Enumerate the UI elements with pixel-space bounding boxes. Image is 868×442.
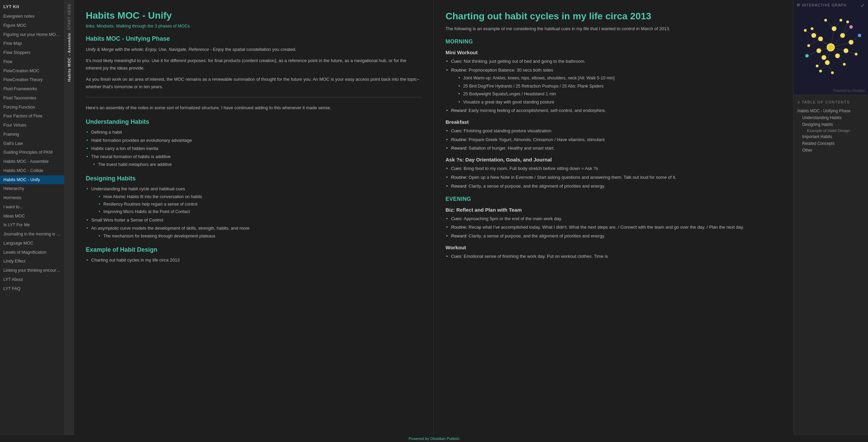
sidebar-item[interactable]: Framing [0, 130, 64, 139]
right-pane-title: Charting out habit cycles in my life cir… [446, 10, 781, 22]
list-item[interactable]: Charting out habit cycles in my life cir… [86, 257, 421, 264]
svg-point-31 [855, 53, 857, 56]
left-pane: Habits MOC - Unify links: Mindsets, Walk… [74, 0, 434, 442]
svg-point-28 [807, 44, 810, 47]
sidebar-item[interactable]: Evergreen notes [0, 12, 64, 21]
sidebar-item[interactable]: Flow [0, 57, 64, 66]
sidebar-item[interactable]: Figuring out your Home MOCs [0, 30, 64, 39]
sidebar-item[interactable]: Guiding Principles of PKM [0, 148, 64, 157]
routine-4: Routine: Recap what I've accomplished to… [446, 224, 781, 231]
list-item[interactable]: Habits carry a ton of hidden inertia [86, 145, 421, 152]
svg-point-41 [835, 54, 840, 58]
sidebar-item[interactable]: Four Factors of Flow [0, 112, 64, 121]
toc-icon: ≡ [797, 100, 800, 104]
cues-5: Cues: Emotional sense of finishing the w… [446, 253, 781, 260]
vertical-tab-start[interactable]: START HERE [67, 3, 71, 30]
reward-1: Reward: Early morning feeling of accompl… [446, 107, 781, 114]
cues-4: Cues: Approaching 5pm or the end of the … [446, 215, 781, 223]
list-item[interactable]: Improving Micro Habits at the Point of C… [98, 209, 421, 215]
routine-sub-1: Joint Warm-up: Ankles, knees, hips, elbo… [458, 75, 781, 105]
para2: As you finish work on an area of interes… [86, 76, 421, 90]
sidebar-item[interactable]: Is LYT For Me [0, 220, 64, 230]
toc-item[interactable]: Important Habits [797, 133, 864, 140]
list-item[interactable]: Understanding the habit cycle and habitu… [86, 186, 421, 215]
sidebar-item[interactable]: Flow Stoppers [0, 48, 64, 57]
italic-suffix: - Enjoy the spatial constellation you cr… [210, 47, 296, 52]
svg-point-42 [822, 55, 826, 60]
routine-3: Routine: Open up a New Note in Evernote … [446, 174, 781, 181]
reward-3: Reward: Clarity, a sense of purpose, and… [446, 183, 781, 190]
sidebar-item[interactable]: Four Virtues [0, 121, 64, 130]
biz-heading: Biz: Reflect and Plan with Team [446, 207, 781, 213]
designing-list: Understanding the habit cycle and habitu… [86, 186, 421, 240]
footer-bar: Powered by Obsidian Publish [0, 435, 868, 442]
sidebar-item[interactable]: Gall's Law [0, 139, 64, 148]
links-label: links: [86, 24, 95, 28]
sidebar-item[interactable]: Flow Map [0, 39, 64, 48]
svg-point-29 [843, 63, 846, 66]
svg-point-47 [811, 33, 816, 38]
sidebar-item[interactable]: Habits MOC - Assemble [0, 157, 64, 166]
toc-item[interactable]: Example of Habit Design [797, 128, 864, 133]
list-item[interactable]: The neural formation of habits is additi… [86, 153, 421, 160]
link-mindsets[interactable]: Mindsets [97, 24, 114, 28]
svg-point-30 [816, 65, 818, 68]
sidebar-item[interactable]: Figure MOC [0, 21, 64, 30]
mini-workout-list: Cues: Not thinking, just getting out of … [446, 58, 781, 114]
sidebar-item[interactable]: Journaling in the morning is an importan… [0, 230, 64, 239]
sidebar-item[interactable]: Forcing Function [0, 103, 64, 112]
toc-panel: ⊞ INTERACTIVE GRAPH ⤢ [793, 0, 868, 442]
graph-powered: Powered by Obsidian [833, 89, 865, 93]
sidebar-item[interactable]: I want to... [0, 203, 64, 212]
list-item[interactable]: The mechanism for breaking through devel… [98, 233, 421, 239]
toc-item[interactable]: Other [797, 147, 864, 154]
breakfast-list: Cues: Finishing good standing posture vi… [446, 128, 781, 152]
sidebar-item[interactable]: FlowCreation MOC [0, 66, 64, 76]
toc-item[interactable]: Related Concepts [797, 140, 864, 147]
list-item[interactable]: How Atomic Habits fit into the conversat… [98, 194, 421, 200]
ask-heading: Ask ?s: Day Orientation, Goals, and Jour… [446, 157, 781, 162]
sidebar-item[interactable]: Language MOC [0, 239, 64, 248]
sidebar-item[interactable]: Ideas MOC [0, 212, 64, 221]
sub-3: 25 Bodyweight Squats/Lunges / Headstand … [458, 91, 781, 97]
sidebar-item[interactable]: Fluid Frameworks [0, 84, 64, 94]
para3: Here's an assembly of the notes in some … [86, 104, 421, 111]
list-item[interactable]: The truest habit metaphors are additive [93, 161, 421, 168]
toc-item[interactable]: Habits MOC - Unifying Phase [797, 108, 864, 114]
understanding-sub-list: The truest habit metaphors are additive [93, 161, 421, 168]
list-item[interactable]: Habit formation provides an evolutionary… [86, 137, 421, 144]
sidebar-item[interactable]: Fluid Taxonomies [0, 94, 64, 103]
list-item[interactable]: An asymptotic curve models the developme… [86, 225, 421, 240]
svg-point-38 [819, 70, 822, 73]
sidebar-title: LYT Kit [0, 0, 64, 12]
toc-item[interactable]: Understanding Habits [797, 114, 864, 121]
left-pane-title: Habits MOC - Unify [86, 10, 421, 21]
sidebar-item[interactable]: Habits MOC - Unify [0, 175, 64, 185]
sidebar-item[interactable]: LYT About [0, 275, 64, 284]
sidebar-item[interactable]: Habits MOC - Collide [0, 166, 64, 175]
vertical-tab-assemble[interactable]: Habits MOC - Assemble [67, 33, 71, 82]
understanding-list: Defining a habitHabit formation provides… [86, 129, 421, 168]
sidebar-item[interactable]: Linking your thinking encourages leaps o… [0, 266, 64, 275]
list-item[interactable]: Defining a habit [86, 129, 421, 136]
understanding-heading: Understanding Habits [86, 118, 421, 126]
list-item[interactable]: Resiliency Routines help regain a sense … [98, 201, 421, 208]
toc-item[interactable]: Designing Habits [797, 121, 864, 128]
svg-point-37 [831, 72, 834, 74]
workout-list: Cues: Emotional sense of finishing the w… [446, 253, 781, 260]
sidebar-item[interactable]: Hormesis [0, 193, 64, 203]
workout-heading: Workout [446, 245, 781, 250]
graph-expand-icon[interactable]: ⤢ [861, 3, 865, 8]
morning-heading: MORNING [446, 39, 781, 45]
sidebar-item[interactable]: Lindy Effect [0, 257, 64, 266]
toc-header: ≡ TABLE OF CONTENTS [797, 100, 864, 104]
toc-items: Habits MOC - Unifying PhaseUnderstanding… [797, 108, 864, 154]
sidebar-item[interactable]: FlowCreation Theory [0, 75, 64, 84]
sidebar-item[interactable]: Levels of Magnification [0, 248, 64, 257]
sidebar-item[interactable]: Heterarchy [0, 184, 64, 193]
svg-point-51 [849, 25, 853, 29]
list-item[interactable]: Small Wins foster a Sense of Control [86, 217, 421, 224]
link-phases[interactable]: Walking through the 3 phases of MOCs [116, 24, 190, 28]
sidebar-item[interactable]: LYT FAQ [0, 284, 64, 293]
sidebar: LYT Kit Evergreen notesFigure MOCFigurin… [0, 0, 64, 442]
